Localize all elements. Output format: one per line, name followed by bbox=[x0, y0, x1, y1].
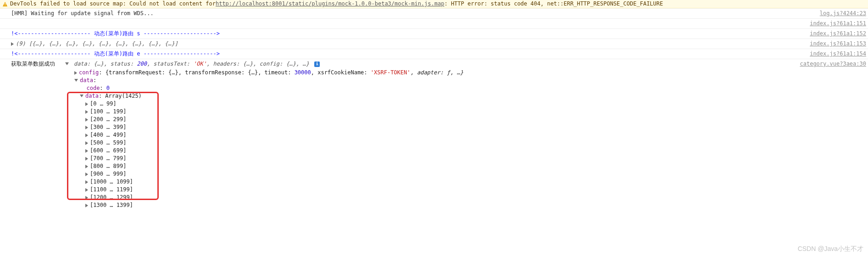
source-link[interactable]: index.js?61a1:151 bbox=[801, 20, 866, 28]
log-row-route-start: !<---------------------- 动态(菜单)路由 s ----… bbox=[0, 28, 868, 39]
log-row-hmr: [HMR] Waiting for update signal from WDS… bbox=[0, 8, 868, 18]
log-label: 获取菜单数据成功 bbox=[11, 61, 55, 67]
array-range[interactable]: [500 … 599] bbox=[69, 139, 868, 147]
array-range[interactable]: [1100 … 1199] bbox=[69, 186, 868, 194]
expand-icon[interactable] bbox=[85, 141, 88, 145]
expand-icon[interactable] bbox=[85, 149, 88, 153]
expand-icon[interactable] bbox=[85, 196, 88, 200]
log-row-blank: index.js?61a1:151 bbox=[0, 18, 868, 28]
array-range[interactable]: [200 … 299] bbox=[69, 116, 868, 123]
source-link[interactable]: index.js?61a1:154 bbox=[801, 50, 866, 58]
array-range[interactable]: [1000 … 1099] bbox=[69, 178, 868, 186]
expand-icon[interactable] bbox=[74, 71, 77, 75]
log-row-array: (9) [{…}, {…}, {…}, {…}, {…}, {…}, {…}, … bbox=[0, 39, 868, 49]
array-range[interactable]: [900 … 999] bbox=[69, 170, 868, 178]
expand-icon[interactable] bbox=[85, 110, 88, 114]
expand-icon[interactable] bbox=[85, 118, 88, 122]
warning-text-prefix: DevTools failed to load source map: Coul… bbox=[10, 0, 216, 8]
source-link[interactable]: index.js?61a1:153 bbox=[801, 40, 866, 48]
svg-rect-2 bbox=[5, 5, 5, 6]
log-row-route-end: !<---------------------- 动态(菜单)路由 e ----… bbox=[0, 49, 868, 59]
log-message: !<---------------------- 动态(菜单)路由 s ----… bbox=[11, 30, 801, 38]
expand-icon[interactable] bbox=[85, 204, 88, 207]
array-range[interactable]: [1300 … 1399] bbox=[69, 201, 868, 209]
warning-url-link[interactable]: http://localhost:8001/static/plugins/moc… bbox=[216, 0, 445, 8]
array-range[interactable]: [1200 … 1299] bbox=[69, 194, 868, 201]
array-range[interactable]: [100 … 199] bbox=[69, 108, 868, 116]
log-row-object: 获取菜单数据成功 data: {…}, status: 200, statusT… bbox=[0, 59, 868, 69]
log-message: [HMR] Waiting for update signal from WDS… bbox=[11, 10, 811, 17]
array-range[interactable]: [300 … 399] bbox=[69, 123, 868, 131]
prop-data[interactable]: data: bbox=[69, 77, 868, 84]
collapse-icon[interactable] bbox=[74, 79, 78, 82]
svg-rect-1 bbox=[5, 3, 5, 5]
log-object-line[interactable]: 获取菜单数据成功 data: {…}, status: 200, statusT… bbox=[11, 60, 791, 68]
array-range[interactable]: [400 … 499] bbox=[69, 131, 868, 139]
log-message: !<---------------------- 动态(菜单)路由 e ----… bbox=[11, 50, 801, 58]
expand-icon[interactable] bbox=[85, 102, 88, 106]
object-expansion: config: {transformRequest: {…}, transfor… bbox=[0, 69, 868, 209]
source-link[interactable]: index.js?61a1:152 bbox=[801, 30, 866, 38]
warning-icon bbox=[3, 2, 7, 6]
source-link[interactable]: log.js?4244:23 bbox=[811, 10, 866, 17]
array-range[interactable]: [600 … 699] bbox=[69, 147, 868, 155]
expand-icon[interactable] bbox=[85, 188, 88, 192]
watermark: CSDN @Java小生不才 bbox=[798, 245, 863, 253]
collapse-icon[interactable] bbox=[65, 62, 69, 65]
expand-icon[interactable] bbox=[11, 42, 14, 46]
array-range[interactable]: [800 … 899] bbox=[69, 162, 868, 170]
expand-icon[interactable] bbox=[85, 173, 88, 176]
expand-icon[interactable] bbox=[85, 165, 88, 168]
expand-icon[interactable] bbox=[85, 126, 88, 129]
log-message[interactable]: (9) [{…}, {…}, {…}, {…}, {…}, {…}, {…}, … bbox=[11, 40, 801, 48]
expand-icon[interactable] bbox=[85, 134, 88, 137]
expand-icon[interactable] bbox=[85, 180, 88, 184]
sourcemap-warning: DevTools failed to load source map: Coul… bbox=[0, 0, 868, 8]
source-link[interactable]: category.vue?3aea:30 bbox=[791, 60, 867, 68]
array-range[interactable]: [0 … 99] bbox=[69, 100, 868, 108]
expand-icon[interactable] bbox=[85, 157, 88, 161]
prop-config[interactable]: config: {transformRequest: {…}, transfor… bbox=[69, 69, 868, 77]
prop-inner-data[interactable]: data: Array(1425) bbox=[69, 92, 868, 100]
warning-text-suffix: : HTTP error: status code 404, net::ERR_… bbox=[444, 0, 663, 8]
collapse-icon[interactable] bbox=[80, 95, 83, 97]
prop-code[interactable]: code: 0 bbox=[69, 84, 868, 92]
info-icon[interactable]: i bbox=[314, 61, 320, 67]
object-summary[interactable]: data: {…}, status: 200, statusText: 'OK'… bbox=[74, 61, 312, 67]
array-range[interactable]: [700 … 799] bbox=[69, 155, 868, 162]
